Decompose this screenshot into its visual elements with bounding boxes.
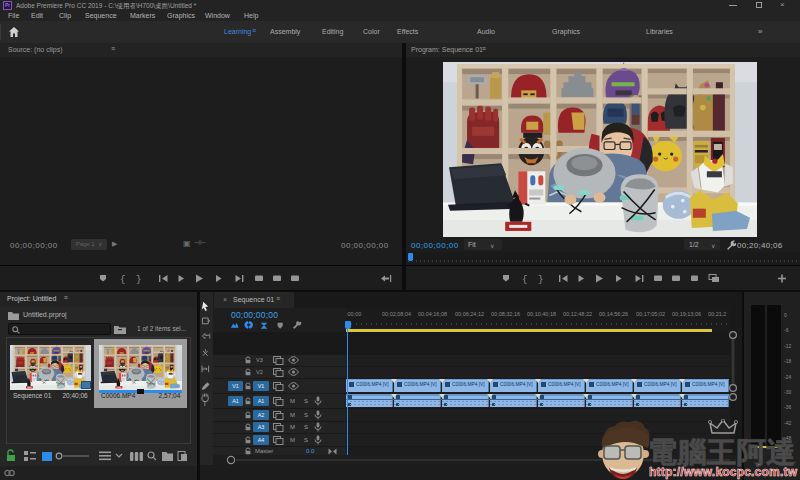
svg-text:T: T [202, 399, 207, 407]
svg-text:{: { [120, 275, 125, 285]
svg-text:}: } [136, 275, 141, 285]
svg-text:}: } [538, 275, 543, 285]
svg-text:{: { [522, 275, 527, 285]
